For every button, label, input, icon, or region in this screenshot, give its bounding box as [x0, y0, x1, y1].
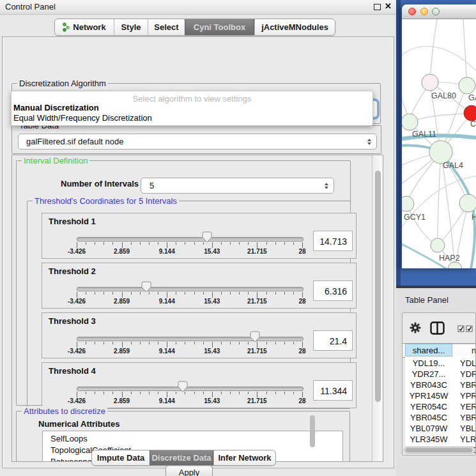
tab-discretize-data[interactable]: Discretize Data — [150, 450, 213, 465]
network-edge[interactable] — [463, 19, 467, 86]
settings-scrollbar-thumb[interactable] — [375, 171, 381, 402]
cell-name[interactable]: YPR1 — [460, 390, 476, 401]
discretization-algorithm-group-title: Discretization Algorithm — [17, 79, 108, 88]
checkbox-icon[interactable] — [457, 325, 464, 332]
network-node-hap2[interactable] — [431, 238, 445, 252]
network-node[interactable] — [448, 262, 462, 268]
cell-name[interactable]: YER0 — [460, 401, 476, 412]
tab-style[interactable]: Style — [114, 19, 148, 35]
threshold-slider[interactable] — [77, 337, 303, 341]
cell-shared-name[interactable]: YDL19... — [405, 358, 452, 369]
float-window-icon[interactable] — [374, 4, 381, 10]
network-edge[interactable] — [438, 152, 441, 245]
table-row[interactable]: YPR145WYPR1 — [405, 390, 476, 401]
threshold-value-field[interactable]: 11.344 — [313, 380, 353, 401]
algorithm-dropdown-popup: Select algorithm to view settings Manual… — [11, 91, 373, 126]
slider-thumb[interactable] — [178, 381, 188, 392]
network-node-h[interactable] — [459, 194, 476, 212]
attribute-list-item[interactable]: SelfLoops — [43, 431, 342, 445]
column-header-shared[interactable]: shared... — [405, 344, 452, 357]
table-row[interactable]: YBR045CYBR0 — [405, 412, 476, 423]
table-row[interactable]: YLR345WYLR3 — [405, 434, 476, 445]
threshold-panel: Threshold 1 14.713 -3.4262.8599.14415.43… — [42, 213, 357, 259]
axis-label: 9.144 — [153, 248, 181, 255]
cell-shared-name[interactable]: YBR045C — [405, 412, 452, 423]
minimize-traffic-light-icon[interactable] — [420, 8, 428, 15]
slider-thumb[interactable] — [141, 281, 151, 293]
threshold-value-field[interactable]: 21.4 — [313, 330, 353, 351]
column-header-name[interactable]: n — [453, 344, 476, 357]
dropdown-option[interactable]: Manual Discretization — [13, 103, 99, 112]
cell-name[interactable]: YBR0 — [460, 412, 476, 423]
close-traffic-light-icon[interactable] — [408, 8, 416, 15]
settings-scrollbar[interactable] — [372, 155, 383, 462]
network-canvas[interactable]: GAL80GACGAL11GAL4GCY1HHAP2 — [402, 19, 476, 268]
threshold-slider[interactable] — [77, 237, 303, 242]
tab-label: jActiveMNodules — [261, 22, 328, 32]
cell-shared-name[interactable]: YBR043C — [405, 380, 452, 390]
tick-mark — [158, 392, 158, 394]
slider-thumb[interactable] — [202, 231, 212, 243]
network-node-gal80[interactable] — [422, 74, 438, 91]
tab-infer-network[interactable]: Infer Network — [213, 450, 275, 465]
column-layout-icon[interactable] — [430, 321, 445, 335]
table-row[interactable]: YBR043CYBR0 — [405, 380, 476, 390]
tab-cyni-toolbox[interactable]: Cyni Toolbox — [185, 19, 254, 35]
axis-label: 21.715 — [243, 348, 271, 355]
cell-name[interactable]: YBL0 — [460, 423, 476, 434]
node-label: C — [470, 119, 476, 128]
network-window-titlebar[interactable] — [402, 4, 476, 19]
network-node-gal11[interactable] — [402, 114, 418, 130]
zoom-traffic-light-icon[interactable] — [432, 8, 440, 15]
network-node-gal4[interactable] — [429, 141, 452, 164]
tick-mark — [185, 292, 185, 295]
attributes-list-scrollbar[interactable] — [310, 415, 315, 447]
checkbox-icon[interactable] — [466, 325, 473, 332]
cell-shared-name[interactable]: YPR145W — [405, 390, 452, 401]
network-edge[interactable] — [410, 113, 472, 122]
threshold-slider[interactable] — [77, 287, 303, 291]
threshold-slider[interactable] — [77, 387, 303, 391]
threshold-value-field[interactable]: 6.316 — [313, 280, 353, 301]
apply-button[interactable]: Apply — [165, 465, 213, 476]
tick-mark — [266, 342, 267, 344]
tick-mark — [230, 292, 231, 295]
top-tab-bar: NetworkStyleSelectCyni ToolboxjActiveMNo… — [54, 19, 335, 36]
cell-name[interactable]: YDR2 — [460, 369, 476, 380]
network-node-gcy1[interactable] — [402, 196, 414, 211]
network-node-ga[interactable] — [459, 77, 475, 94]
table-row[interactable]: YDR27...YDR2 — [405, 369, 476, 380]
tick-mark — [257, 392, 257, 397]
table-row[interactable]: YDL19...YDL1 — [405, 358, 476, 369]
gear-icon[interactable] — [410, 322, 421, 334]
tick-mark — [77, 292, 77, 298]
cell-shared-name[interactable]: YLR345W — [405, 434, 452, 445]
tab-jactivemnodules[interactable]: jActiveMNodules — [254, 19, 335, 35]
num-intervals-spinner[interactable]: 5 — [141, 178, 334, 194]
tab-select[interactable]: Select — [148, 19, 185, 35]
cell-name[interactable]: YLR3 — [460, 434, 476, 445]
slider-thumb[interactable] — [250, 331, 260, 342]
table-data-combobox[interactable]: galFiltered.sif default node — [18, 134, 377, 150]
threshold-value-field[interactable]: 14.713 — [313, 231, 353, 251]
table-row[interactable]: YER054CYER0 — [405, 401, 476, 412]
tab-network[interactable]: Network — [55, 19, 114, 35]
tick-mark — [158, 292, 158, 295]
cell-shared-name[interactable]: YDR27... — [405, 369, 452, 380]
network-edge[interactable] — [430, 19, 437, 82]
cell-name[interactable]: YBR0 — [460, 380, 476, 390]
table-row[interactable]: YBL079WYBL0 — [405, 423, 476, 434]
table-hscrollbar[interactable] — [404, 447, 475, 454]
network-node-c[interactable] — [464, 105, 476, 121]
table-hscrollbar-thumb[interactable] — [406, 448, 472, 452]
cell-shared-name[interactable]: YBL079W — [405, 423, 452, 434]
tick-mark — [284, 292, 285, 295]
tick-mark — [203, 292, 204, 295]
tab-impute-data[interactable]: Impute Data — [92, 450, 150, 465]
tick-mark — [77, 392, 77, 397]
cell-name[interactable]: YDL1 — [460, 358, 476, 369]
close-icon[interactable]: ✕ — [385, 1, 392, 11]
dropdown-option[interactable]: Equal Width/Frequency Discretization — [13, 113, 152, 123]
tick-mark — [185, 342, 185, 344]
cell-shared-name[interactable]: YER054C — [405, 401, 452, 412]
